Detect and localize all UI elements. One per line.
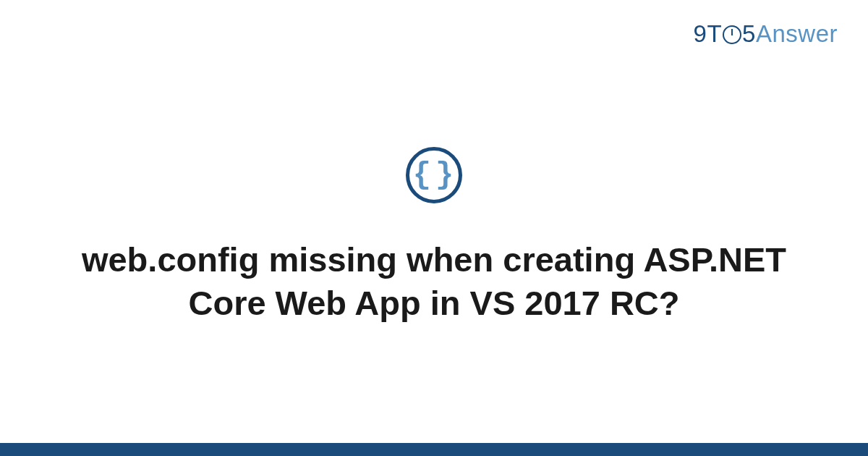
category-icon-circle: {} bbox=[406, 147, 462, 203]
footer-bar bbox=[0, 443, 868, 456]
question-title: web.config missing when creating ASP.NET… bbox=[80, 238, 788, 325]
main-content: {} web.config missing when creating ASP.… bbox=[0, 0, 868, 443]
code-braces-icon: {} bbox=[410, 160, 458, 190]
